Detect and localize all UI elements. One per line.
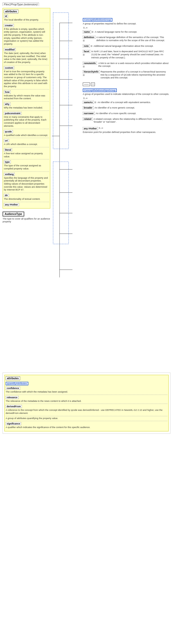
attr-dir-desc: The directionality of textual content. [4, 198, 49, 201]
attr-custom-desc: If set to true the corresponding propert… [4, 70, 49, 88]
quantify-attributes-group: quantifyAttributes confidence The confid… [6, 382, 167, 420]
concept-definition-group-desc: A group of properties required to define… [83, 22, 170, 25]
facet-icon: ⊞ [83, 53, 85, 56]
attr-any-other-name: any ##other [4, 203, 19, 206]
attr-confidence: confidence The confidence with which the… [6, 386, 167, 394]
element-name-desc: A natural language name for the concept. [95, 31, 137, 34]
concept-definition-group: ConceptDefinitionGroup A group of proper… [83, 18, 170, 29]
right-elements-container: ConceptDefinitionGroup A group of proper… [83, 7, 170, 367]
frame-label: Flex1PropType (extension) [3, 3, 39, 6]
attributes-box: attributes id The local identifier of th… [3, 8, 50, 208]
attr-creator: creator If the attribute is empty, speci… [4, 24, 49, 46]
attr-id-desc: The local identifier of the property. [4, 19, 49, 22]
element-remoteinfo-desc: A link to an item or a web resource whic… [98, 62, 170, 68]
any-other-bottom-desc: Extension point for provider-defined pro… [83, 131, 170, 134]
attr-literal-name: literal [4, 148, 12, 151]
attr-literal: literal A free-text value assigned as pr… [4, 148, 49, 158]
attr-relevance: relevance The relevance of the metadata … [6, 396, 167, 403]
attr-custom-name: custom [4, 66, 14, 69]
concept-relationship-group-desc: A group of properties used to indicate r… [83, 93, 170, 96]
attr-pubconstraint-desc: One or many constraints that apply to pu… [4, 116, 49, 128]
remoteinfo-icon: ⊞ [83, 65, 85, 68]
attr-literal-desc: A free-text value assigned as property v… [4, 152, 49, 158]
middle-connector: —— □ [83, 83, 170, 86]
element-narrower-row: narrower An identifier of a more specifi… [83, 112, 170, 116]
attr-derivedfrom-desc: A reference to the concept from which th… [6, 409, 167, 415]
any-other-bottom-box: any ##other [83, 127, 98, 130]
attr-uri-desc: A URI which identifies a concept. [4, 143, 49, 146]
attr-why-name: why [4, 103, 11, 106]
element-related-desc: A related concept, where the relationshi… [94, 118, 170, 124]
element-facet-desc: In NAR 1.8 and later, facet is deprecate… [91, 50, 170, 59]
bottom-attributes-box: attributes quantifyAttributes confidence… [4, 375, 169, 431]
concept-definition-group-label: ConceptDefinitionGroup [83, 18, 112, 22]
attr-pubconstraint: pubconstraint One or many constraints th… [4, 112, 49, 128]
svg-rect-13 [53, 162, 69, 244]
sequence-indicator: —— [83, 83, 90, 86]
element-definition-box: definition [83, 36, 95, 39]
attr-xmllang-name: xmllang [4, 173, 15, 176]
attr-how-desc: Indicates by which means the value was e… [4, 94, 49, 100]
attr-qcode: qcode A qualified code which identifies … [4, 130, 49, 137]
definition-icon: ⊞ [83, 39, 85, 42]
element-broader-desc: An identifier of a more generic concept. [95, 106, 135, 110]
element-definition-desc: A natural language definition of the sem… [96, 36, 171, 42]
element-broader-row: broader An identifier of a more generic … [83, 106, 170, 111]
attr-creator-name: creator [4, 24, 14, 27]
audience-type-desc: The type to cover all qualifiers for an … [3, 217, 50, 223]
attr-confidence-name: confidence [6, 387, 20, 390]
attr-uri-name: uri [4, 139, 9, 142]
element-narrower-desc: An identifier of a more specific concept… [96, 112, 136, 115]
element-note-box: note [83, 44, 90, 48]
attr-uri: uri A URI which identifies a concept. [4, 139, 49, 146]
element-name-box: name [83, 30, 91, 33]
attributes-box-title: attributes [4, 10, 18, 13]
attr-custom: custom If set to true the corresponding … [4, 66, 49, 88]
any-other-bottom: any ##other 0..∞ Extension point for pro… [83, 127, 170, 134]
attr-derivedfrom: derivedFrom A reference to the concept f… [6, 405, 167, 415]
attr-modified-desc: The date (and, optionally, the time) whe… [4, 52, 49, 64]
element-remoteinfo-row: remoteInfo ⊞ A link to an item or a web … [83, 61, 170, 69]
element-hierarchyinfo-box: hierarchyInfo [83, 70, 100, 73]
element-definition-row: definition ⊞ A natural language definiti… [83, 35, 170, 43]
any-other-cardinality: 0..∞ [99, 127, 103, 129]
element-related-box: related [83, 117, 93, 121]
attr-pubconstraint-name: pubconstraint [4, 112, 21, 115]
attr-id-name: id [4, 15, 8, 18]
attr-qcode-name: qcode [4, 130, 13, 133]
diagram-container: Flex1PropType (extension) attributes id … [0, 0, 173, 644]
attr-dir-name: dir [4, 194, 9, 197]
concept-relationship-group-label: ConceptRelationshipsGroup [83, 88, 117, 92]
quantify-attributes-label: quantifyAttributes [6, 382, 28, 385]
bottom-attributes-section: attributes quantifyAttributes confidence… [3, 373, 170, 434]
attr-id: id The local identifier of the property. [4, 14, 49, 22]
attr-significance-desc: A qualifier which indicates the signific… [6, 426, 167, 429]
note-icon: ⊞ [90, 45, 93, 47]
attr-xmllang: xmllang Specifies the language of this p… [4, 173, 49, 192]
attr-qcode-desc: A qualified code which identifies a conc… [4, 134, 49, 137]
bottom-attributes-title: attributes [6, 376, 20, 380]
audience-type-container: AudienceType The type to cover all quali… [3, 212, 50, 223]
attr-type-name: type [4, 160, 11, 164]
attr-why-desc: Why the metadata has been included. [4, 106, 49, 110]
name-icon: ⊞ [92, 31, 94, 33]
concept-relationship-group-cardinality: 0..∞ [83, 97, 170, 99]
element-related-row: related A related concept, where the rel… [83, 117, 170, 125]
attr-type: type The type of the concept assigned as… [4, 160, 49, 170]
element-sameas-row: sameAs ⊞ An identifier of a concept with… [83, 101, 170, 105]
attr-significance-name: significance [6, 422, 21, 425]
attr-how-name: how [4, 90, 11, 94]
concept-definition-group-cardinality: 0..∞ [83, 26, 170, 29]
element-facet-box: facet [83, 50, 90, 53]
attr-derivedfrom-name: derivedFrom [6, 405, 22, 408]
attr-significance: significance A qualifier which indicates… [6, 422, 167, 429]
attr-relevance-name: relevance [6, 396, 19, 399]
attr-type-desc: The type of the concept assigned as comp… [4, 164, 49, 170]
attr-why: why Why the metadata has been included. [4, 102, 49, 110]
audience-type-label: AudienceType [3, 212, 24, 216]
element-facet-row: facet ⊞ In NAR 1.8 and later, facet is d… [83, 50, 170, 60]
attr-how: how Indicates by which means the value w… [4, 90, 49, 100]
element-note-row: note ⊞ Additional natural language infor… [83, 44, 170, 49]
attr-modified-name: modified [4, 48, 16, 51]
element-remoteinfo-box: remoteInfo [83, 62, 97, 65]
